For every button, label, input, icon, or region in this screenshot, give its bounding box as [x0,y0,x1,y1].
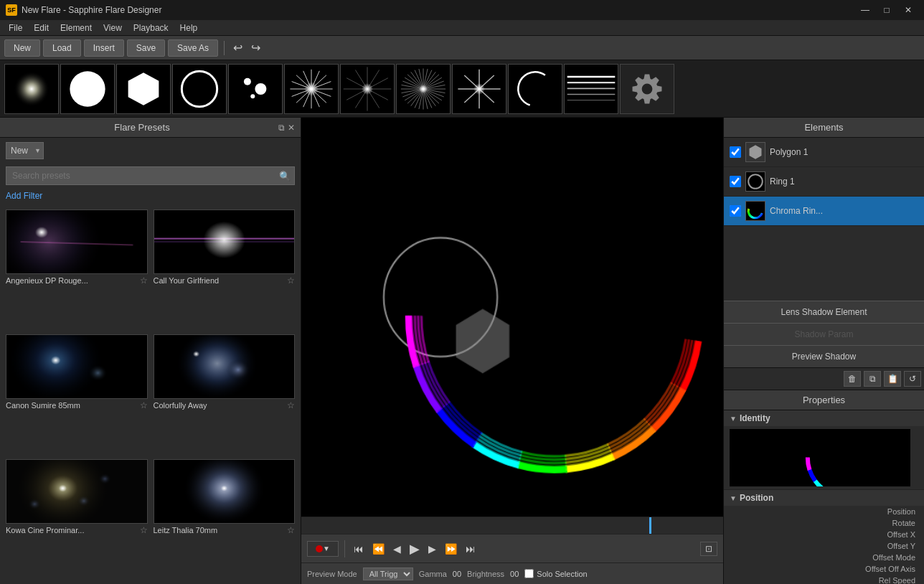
preset-thumb-gear[interactable] [620,64,674,114]
presets-close-button[interactable]: ✕ [288,123,295,133]
element-row[interactable]: Polygon 1 [724,138,924,167]
menu-item-edit[interactable]: Edit [28,22,55,34]
copy-element-button[interactable]: ⧉ [864,371,881,387]
preset-preview-kowa[interactable] [6,459,148,524]
preset-thumb-asterisk[interactable] [396,64,451,114]
preset-thumb-half-circle[interactable] [508,64,562,114]
main-layout: Flare Presets ⧉ ✕ New 🔍 Add Filter [0,118,924,584]
rewind-button[interactable]: ⏪ [369,542,387,556]
preset-thumb-ring[interactable] [172,64,227,114]
preset-thumb-glow[interactable] [4,64,59,114]
save-button[interactable]: Save [127,39,165,57]
offset-y-label: Offset Y [887,542,918,550]
properties-section-identity: ▼ Identity [724,410,924,490]
flare-presets-header-icons: ⧉ ✕ [278,123,295,133]
star-icon[interactable]: ☆ [140,525,148,535]
search-wrap: 🔍 [6,166,295,185]
preview-mode-dropdown[interactable]: All Trigg [363,567,413,580]
preset-name: Canon Sumire 85mm [6,401,140,410]
insert-button[interactable]: Insert [84,39,124,57]
element-checkbox-chroma[interactable] [730,205,741,217]
preset-name: Call Your Girlfriend [154,276,288,285]
presets-copy-button[interactable]: ⧉ [278,123,285,133]
load-button[interactable]: Load [43,39,81,57]
app-icon: SF [6,4,17,16]
presets-dropdown-row: New [0,138,301,164]
element-row[interactable]: Ring 1 [724,167,924,197]
step-forward-button[interactable]: ▶ [425,542,439,556]
presets-dropdown[interactable]: New [6,142,44,159]
star-icon[interactable]: ☆ [287,400,295,410]
record-button[interactable]: ▼ [307,541,339,557]
star-icon[interactable]: ☆ [287,275,295,286]
paste-element-button[interactable]: 📋 [884,371,901,387]
timeline-playhead [649,517,651,534]
undo-button[interactable]: ↩ [230,39,245,56]
position-section-header[interactable]: ▼ Position [724,490,924,506]
preset-thumb-hexagon[interactable] [116,64,171,114]
shadow-param-button[interactable]: Shadow Param [724,323,924,345]
preset-preview-angenieux[interactable] [6,209,148,274]
offset-x-label: Offset X [887,530,918,539]
toolbar: New Load Insert Save Save As ↩ ↪ [0,36,924,60]
preset-preview-leitz[interactable] [154,459,296,524]
preset-name: Leitz Thalia 70mm [154,526,288,534]
preset-thumb-dots[interactable] [228,64,283,114]
element-checkbox-ring[interactable] [730,176,741,187]
menubar: FileEditElementViewPlaybackHelp [0,20,924,36]
menu-item-file[interactable]: File [3,22,28,34]
menu-item-playback[interactable]: Playback [128,22,174,34]
preset-thumb-star-rays[interactable] [284,64,339,114]
preset-name: Angenieux DP Rouge... [6,276,140,285]
brightness-value: 00 [510,570,519,578]
play-button[interactable]: ▶ [407,540,423,558]
search-input[interactable] [6,166,295,185]
preset-name: Kowa Cine Prominar... [6,526,140,534]
center-panel: ▼ ⏮ ⏪ ◀ ▶ ▶ ⏩ ⏭ ⊡ Preview Mode All Trigg… [301,118,723,584]
reset-element-button[interactable]: ↺ [904,371,921,387]
preset-preview-colorfully-away[interactable] [154,334,296,399]
preset-thumb-star-burst[interactable] [340,64,395,114]
fast-forward-button[interactable]: ⏩ [442,542,460,556]
lens-shadow-button[interactable]: Lens Shadow Element [724,301,924,323]
menu-item-view[interactable]: View [98,22,128,34]
timeline-strip[interactable] [301,517,723,534]
preset-label-row: Canon Sumire 85mm ☆ [6,399,148,412]
save-as-button[interactable]: Save As [168,39,218,57]
solo-selection-checkbox[interactable]: Solo Selection [524,569,587,578]
canvas-area[interactable] [301,118,723,517]
preview-shadow-button[interactable]: Preview Shadow [724,345,924,367]
delete-element-button[interactable]: 🗑 [844,371,861,387]
identity-preview [730,429,910,486]
identity-section-header[interactable]: ▼ Identity [724,410,924,426]
maximize-button[interactable]: □ [877,3,897,17]
star-icon[interactable]: ☆ [287,525,295,535]
monitor-button[interactable]: ⊡ [700,542,717,556]
preset-thumb-lines[interactable] [564,64,618,114]
element-row-selected[interactable]: Chroma Rin... [724,197,924,226]
preview-mode-label: Preview Mode [307,570,357,578]
window-title: New Flare - Sapphire Flare Designer [22,5,161,15]
new-button[interactable]: New [4,39,40,57]
menu-item-element[interactable]: Element [55,22,98,34]
star-icon[interactable]: ☆ [140,275,148,286]
star-icon[interactable]: ☆ [140,400,148,410]
skip-to-start-button[interactable]: ⏮ [351,542,367,556]
solo-checkbox[interactable] [524,569,534,578]
preset-thumb-star-cross[interactable] [452,64,506,114]
prop-row-rotate: Rotate [724,517,924,529]
preset-preview-canon[interactable] [6,334,148,399]
element-checkbox-polygon[interactable] [730,146,741,158]
add-filter-link[interactable]: Add Filter [0,188,301,204]
preset-thumb-circle-bright[interactable] [60,64,115,114]
preset-preview-call-your-girlfriend[interactable] [154,209,296,274]
close-button[interactable]: ✕ [898,3,918,17]
skip-to-end-button[interactable]: ⏭ [463,542,478,556]
redo-button[interactable]: ↪ [248,39,263,56]
minimize-button[interactable]: — [855,3,875,17]
step-back-button[interactable]: ◀ [390,542,404,556]
menu-item-help[interactable]: Help [174,22,204,34]
presets-dropdown-wrap: New [6,142,44,159]
elements-list: Polygon 1 Ring 1 Chroma Rin... [724,138,924,301]
element-thumbnail-ring [745,171,765,192]
